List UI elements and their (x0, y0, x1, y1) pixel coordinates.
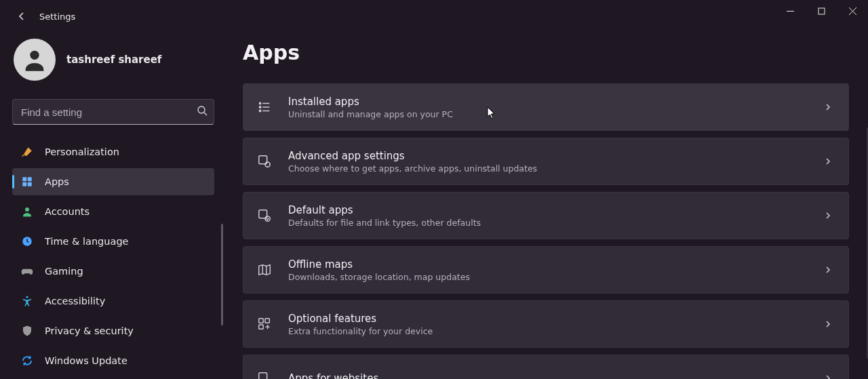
chevron-right-icon (824, 372, 832, 380)
person-icon (20, 205, 34, 218)
svg-rect-7 (22, 177, 26, 181)
card-title: Offline maps (288, 258, 809, 271)
user-name: tashreef shareef (66, 54, 161, 66)
card-title: Installed apps (288, 96, 809, 108)
svg-point-16 (259, 106, 260, 108)
svg-point-5 (198, 106, 205, 113)
sidebar-nav: Personalization Apps Accounts Time & lan… (12, 138, 214, 374)
svg-point-14 (259, 102, 260, 104)
search-input[interactable] (12, 99, 214, 125)
svg-rect-8 (28, 177, 32, 181)
card-title: Advanced app settings (288, 150, 809, 162)
svg-rect-10 (28, 182, 32, 186)
svg-rect-24 (259, 319, 263, 323)
chevron-right-icon (824, 210, 832, 222)
svg-point-13 (26, 296, 28, 298)
search-icon (197, 105, 208, 119)
settings-card-optional-features[interactable]: Optional features Extra functionality fo… (243, 300, 849, 348)
svg-rect-9 (22, 182, 26, 186)
list-icon (256, 98, 273, 116)
gamepad-icon (20, 264, 34, 278)
apps-grid-icon (20, 175, 34, 188)
sidebar-item-label: Personalization (45, 146, 119, 157)
card-title: Optional features (288, 313, 809, 325)
svg-line-6 (204, 113, 207, 115)
sidebar-item-personalization[interactable]: Personalization (12, 138, 214, 165)
settings-card-installed-apps[interactable]: Installed apps Uninstall and manage apps… (243, 83, 849, 131)
svg-point-4 (30, 51, 39, 60)
card-subtitle: Uninstall and manage apps on your PC (288, 109, 809, 119)
window-title: Settings (39, 12, 75, 22)
maximize-icon (818, 7, 825, 15)
close-icon (849, 7, 856, 15)
sidebar-item-time-language[interactable]: Time & language (12, 228, 214, 255)
settings-card-advanced-settings[interactable]: Advanced app settings Choose where to ge… (243, 138, 849, 185)
card-text: Default apps Defaults for file and link … (288, 204, 809, 228)
card-text: Advanced app settings Choose where to ge… (288, 150, 809, 174)
settings-card-list: Installed apps Uninstall and manage apps… (243, 83, 849, 379)
map-icon (256, 261, 273, 279)
sidebar-item-label: Accessibility (45, 296, 105, 306)
sidebar-item-label: Time & language (45, 236, 129, 247)
svg-point-21 (265, 162, 270, 167)
card-subtitle: Extra functionality for your device (288, 326, 809, 336)
card-subtitle: Defaults for file and link types, other … (288, 218, 809, 228)
card-text: Optional features Extra functionality fo… (288, 313, 809, 336)
person-icon (21, 46, 48, 73)
chevron-right-icon (824, 264, 832, 277)
profile-block[interactable]: tashreef shareef (12, 33, 224, 87)
sidebar-item-label: Apps (45, 176, 69, 187)
card-text: Apps for websites (288, 372, 809, 379)
main-panel: Apps Installed apps Uninstall and manage… (231, 33, 868, 379)
settings-card-default-apps[interactable]: Default apps Defaults for file and link … (243, 192, 849, 239)
arrow-left-icon (16, 11, 27, 22)
card-text: Offline maps Downloads, storage location… (288, 258, 809, 282)
paintbrush-icon (20, 145, 34, 159)
sidebar-item-label: Windows Update (45, 355, 127, 366)
sidebar-item-accessibility[interactable]: Accessibility (12, 287, 214, 315)
svg-point-18 (259, 110, 260, 111)
page-title: Apps (243, 41, 849, 64)
titlebar: Settings (0, 0, 868, 33)
sidebar-item-privacy[interactable]: Privacy & security (12, 317, 214, 344)
accessibility-icon (20, 294, 34, 308)
minimize-button[interactable] (774, 0, 806, 22)
app-plus-icon (256, 315, 273, 333)
card-subtitle: Downloads, storage location, map updates (288, 272, 809, 282)
back-button[interactable] (12, 7, 31, 26)
app-gear-icon (256, 153, 273, 170)
sidebar-item-label: Privacy & security (45, 325, 134, 336)
card-title: Default apps (288, 204, 809, 216)
close-button[interactable] (837, 0, 868, 22)
settings-card-apps-for-websites[interactable]: Apps for websites (243, 355, 849, 379)
svg-point-11 (25, 207, 29, 212)
sidebar-item-label: Gaming (45, 266, 83, 277)
minimize-icon (787, 7, 794, 15)
card-subtitle: Choose where to get apps, archive apps, … (288, 163, 809, 174)
chevron-right-icon (824, 318, 832, 331)
maximize-button[interactable] (806, 0, 837, 22)
chevron-right-icon (824, 101, 832, 114)
globe-clock-icon (20, 235, 34, 248)
card-text: Installed apps Uninstall and manage apps… (288, 96, 809, 119)
window-controls (774, 0, 868, 22)
card-title: Apps for websites (288, 372, 809, 379)
sidebar-item-accounts[interactable]: Accounts (12, 198, 214, 225)
sidebar-item-label: Accounts (45, 206, 90, 217)
app-link-icon (256, 370, 273, 379)
sidebar-scrollbar-thumb[interactable] (221, 224, 223, 325)
app-check-icon (256, 207, 273, 224)
svg-rect-26 (265, 319, 269, 323)
sidebar: tashreef shareef Personalization Apps Ac… (0, 33, 231, 379)
svg-rect-25 (259, 325, 263, 329)
shield-icon (20, 324, 34, 338)
update-icon (20, 354, 34, 367)
avatar (14, 39, 56, 81)
sidebar-item-gaming[interactable]: Gaming (12, 258, 214, 285)
sidebar-item-apps[interactable]: Apps (12, 168, 214, 195)
chevron-right-icon (824, 155, 832, 168)
sidebar-item-windows-update[interactable]: Windows Update (12, 347, 214, 374)
svg-rect-1 (818, 8, 825, 14)
svg-rect-27 (259, 373, 267, 379)
settings-card-offline-maps[interactable]: Offline maps Downloads, storage location… (243, 246, 849, 294)
